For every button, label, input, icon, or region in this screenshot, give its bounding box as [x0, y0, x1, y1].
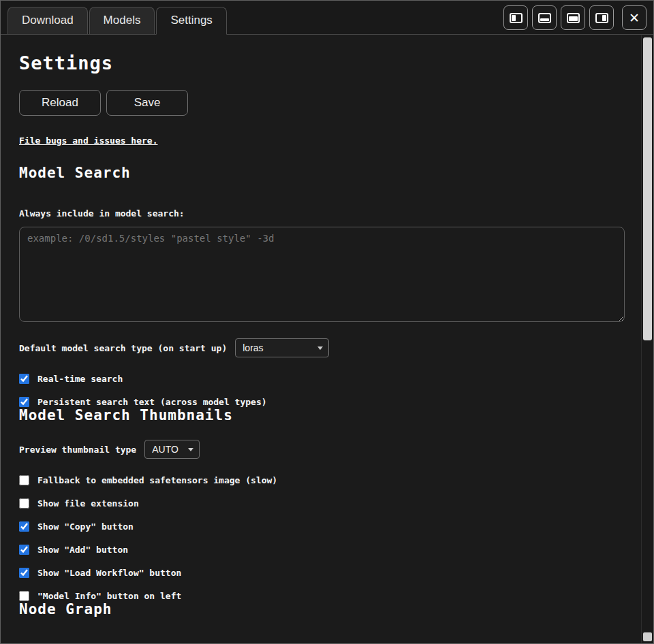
dock-left-button[interactable] — [503, 5, 528, 30]
show-add-button-row: Show "Add" button — [19, 545, 625, 555]
save-button[interactable]: Save — [106, 90, 188, 116]
show-add-button-checkbox[interactable] — [19, 545, 29, 555]
show-file-extension-checkbox[interactable] — [19, 498, 29, 509]
checkbox-label: Show "Load Workflow" button — [37, 568, 181, 578]
checkbox-label: Show "Add" button — [37, 545, 128, 555]
always-include-label: Always include in model search: — [19, 208, 625, 219]
fallback-safetensors-row: Fallback to embedded safetensors image (… — [19, 475, 625, 485]
thumbnails-heading: Model Search Thumbnails — [19, 407, 625, 423]
node-graph-heading: Node Graph — [19, 601, 625, 617]
scrollbar-thumb[interactable] — [643, 37, 652, 340]
dock-bottom-large-button[interactable] — [561, 5, 585, 30]
persistent-search-checkbox[interactable] — [19, 397, 29, 407]
checkbox-label: Show "Copy" button — [37, 521, 134, 532]
realtime-search-checkbox[interactable] — [19, 374, 29, 384]
fallback-safetensors-checkbox[interactable] — [19, 475, 29, 485]
checkbox-label: "Model Info" button on left — [37, 591, 181, 601]
default-search-type-row: Default model search type (on start up) … — [19, 338, 625, 357]
show-copy-button-checkbox[interactable] — [19, 521, 29, 532]
page-title: Settings — [19, 52, 625, 74]
search-include-textarea[interactable] — [19, 227, 625, 322]
tab-download[interactable]: Download — [7, 7, 88, 34]
model-search-heading: Model Search — [19, 165, 625, 181]
checkbox-label: Show file extension — [37, 498, 139, 509]
tab-bar: Download Models Settings ✕ — [1, 1, 653, 35]
default-search-type-label: Default model search type (on start up) — [19, 343, 227, 353]
tab-models[interactable]: Models — [89, 7, 155, 34]
scrollbar-corner — [643, 632, 652, 641]
preview-thumbnail-type-label: Preview thumbnail type — [19, 445, 136, 455]
panel-bottom-large-icon — [567, 13, 580, 23]
tab-settings[interactable]: Settings — [156, 7, 226, 35]
show-load-workflow-checkbox[interactable] — [19, 568, 29, 578]
panel-left-icon — [510, 13, 523, 23]
checkbox-label: Persistent search text (across model typ… — [37, 397, 267, 407]
dock-right-button[interactable] — [589, 5, 614, 30]
close-button[interactable]: ✕ — [622, 5, 647, 30]
model-info-left-checkbox[interactable] — [19, 591, 29, 601]
realtime-search-row: Real-time search — [19, 374, 625, 384]
preview-thumbnail-type-row: Preview thumbnail type AUTO — [19, 440, 625, 459]
vertical-scrollbar[interactable] — [641, 35, 653, 643]
settings-actions: Reload Save — [19, 90, 625, 116]
model-manager-window: Download Models Settings ✕ Settings — [0, 0, 654, 644]
show-load-workflow-row: Show "Load Workflow" button — [19, 568, 625, 578]
checkbox-label: Real-time search — [37, 374, 123, 384]
close-icon: ✕ — [629, 10, 640, 25]
show-copy-button-row: Show "Copy" button — [19, 521, 625, 532]
window-controls: ✕ — [503, 5, 647, 30]
show-file-extension-row: Show file extension — [19, 498, 625, 509]
panel-bottom-icon — [538, 13, 551, 23]
default-search-type-select[interactable]: loras — [235, 338, 329, 357]
tab-strip: Download Models Settings — [7, 7, 227, 34]
checkbox-label: Fallback to embedded safetensors image (… — [37, 475, 277, 485]
model-info-left-row: "Model Info" button on left — [19, 591, 625, 601]
file-bugs-link[interactable]: File bugs and issues here. — [19, 135, 158, 146]
reload-button[interactable]: Reload — [19, 90, 101, 116]
persistent-search-row: Persistent search text (across model typ… — [19, 397, 625, 407]
settings-panel: Settings Reload Save File bugs and issue… — [1, 35, 641, 643]
preview-thumbnail-type-select-wrap: AUTO — [144, 440, 200, 459]
default-search-type-select-wrap: loras — [235, 338, 329, 357]
dock-bottom-button[interactable] — [532, 5, 557, 30]
preview-thumbnail-type-select[interactable]: AUTO — [144, 440, 200, 459]
panel-right-icon — [595, 13, 608, 23]
